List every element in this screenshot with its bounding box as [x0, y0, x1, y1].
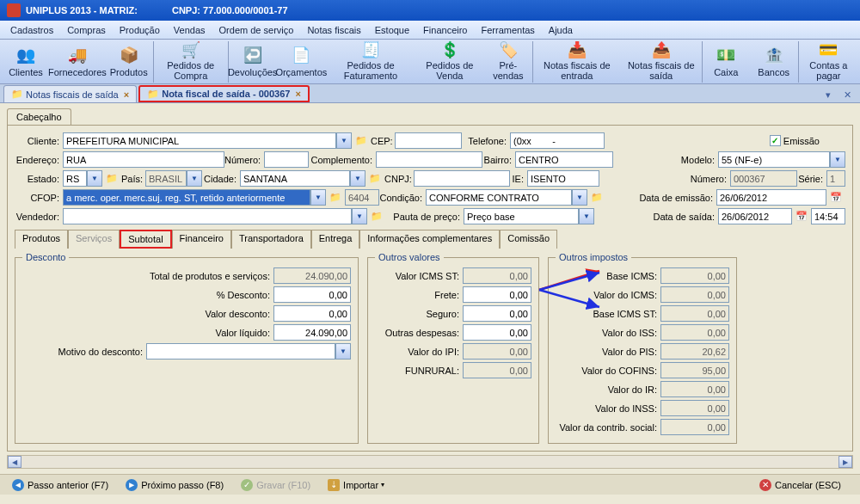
menu-ferramentas[interactable]: Ferramentas	[474, 22, 541, 38]
subtab-entrega[interactable]: Entrega	[311, 230, 360, 249]
tb-caixa[interactable]: 💵Caixa	[702, 41, 750, 83]
input-dataemissao[interactable]	[716, 189, 826, 206]
tab-nf-saida-000367[interactable]: 📁 Nota fiscal de saída - 000367 ×	[138, 85, 310, 102]
input-motivo[interactable]	[146, 343, 335, 360]
scroll-right-icon[interactable]: ▶	[838, 456, 852, 468]
tb-pedidos-venda[interactable]: 💲Pedidos de Venda	[415, 41, 484, 83]
btn-importar[interactable]: ⇣Importar▾	[322, 477, 390, 493]
dropdown-cliente[interactable]: ▼	[336, 132, 352, 149]
subtab-subtotal[interactable]: Subtotal	[120, 230, 171, 249]
input-datasaida[interactable]	[718, 208, 792, 224]
horizontal-scrollbar[interactable]: ◀ ▶	[7, 455, 853, 469]
dropdown-cidade[interactable]: ▼	[350, 170, 366, 187]
input-inss	[660, 400, 729, 416]
input-estado[interactable]	[63, 170, 87, 187]
menu-notas-fiscais[interactable]: Notas fiscais	[300, 22, 367, 38]
tab-nf-saida-list[interactable]: 📁 Notas fiscais de saída ×	[3, 85, 137, 102]
menu-vendas[interactable]: Vendas	[167, 22, 212, 38]
lbl-telefone: Telefone:	[462, 136, 510, 146]
tb-orcamentos[interactable]: 📄Orçamentos	[277, 41, 327, 83]
input-despesas[interactable]	[463, 324, 531, 341]
btn-passo-anterior[interactable]: ◄Passo anterior (F7)	[7, 477, 114, 493]
subtab-info-complementares[interactable]: Informações complementares	[359, 230, 500, 249]
tb-devolucoes[interactable]: ↩️Devoluções	[228, 41, 277, 83]
cancel-icon: ✕	[759, 479, 771, 491]
tb-produtos[interactable]: 📦Produtos	[105, 41, 153, 83]
menu-estoque[interactable]: Estoque	[368, 22, 416, 38]
dropdown-modelo[interactable]: ▼	[830, 151, 845, 168]
btn-proximo-passo[interactable]: ►Próximo passo (F8)	[120, 477, 229, 493]
toolbar: 👥Clientes 🚚Fornecedores 📦Produtos 🛒Pedid…	[0, 40, 860, 84]
menu-ordem-servico[interactable]: Ordem de serviço	[212, 22, 301, 38]
input-iss	[660, 324, 729, 341]
input-frete[interactable]	[463, 286, 531, 303]
menu-ajuda[interactable]: Ajuda	[542, 22, 580, 38]
tb-bancos[interactable]: 🏦Bancos	[750, 41, 798, 83]
input-cliente[interactable]	[63, 132, 336, 149]
input-telefone[interactable]	[510, 132, 605, 149]
input-cidade[interactable]	[240, 170, 350, 187]
cnpj-title: CNPJ: 77.000.000/0001-77	[172, 5, 288, 15]
tabs-close-icon[interactable]: ✕	[839, 87, 855, 102]
input-cnpj[interactable]	[414, 170, 510, 187]
tab-cabecalho[interactable]: Cabeçalho	[7, 108, 71, 125]
input-valoricms	[660, 286, 729, 303]
input-bairro[interactable]	[515, 151, 613, 168]
input-endereco[interactable]	[63, 151, 224, 168]
tb-contas-pagar[interactable]: 💳Contas a pagar	[798, 41, 858, 83]
menu-producao[interactable]: Produção	[113, 22, 167, 38]
tb-nf-entrada[interactable]: 📥Notas fiscais de entrada	[532, 41, 621, 83]
tabs-menu-icon[interactable]: ▾	[820, 87, 836, 102]
subtab-financeiro[interactable]: Financeiro	[172, 230, 231, 249]
input-pct-desc[interactable]	[273, 286, 351, 303]
input-condicao[interactable]	[426, 189, 572, 206]
input-ir	[660, 381, 729, 397]
lookup-icon[interactable]: 📁	[328, 190, 343, 206]
menu-cadastros[interactable]: Cadastros	[3, 22, 60, 38]
input-seguro[interactable]	[463, 305, 531, 322]
input-modelo[interactable]	[718, 151, 830, 168]
dropdown-cfop[interactable]: ▼	[310, 189, 326, 206]
input-horasaida[interactable]	[811, 208, 845, 224]
calendar-icon[interactable]: 📅	[828, 190, 844, 206]
tb-nf-saida[interactable]: 📤Notas fiscais de saída	[621, 41, 702, 83]
subtab-transportadora[interactable]: Transportadora	[231, 230, 311, 249]
dropdown-motivo[interactable]: ▼	[335, 343, 351, 360]
lookup-icon[interactable]: 📁	[367, 171, 383, 187]
input-pauta[interactable]	[464, 208, 579, 224]
btn-cancelar[interactable]: ✕Cancelar (ESC)	[754, 477, 846, 493]
calendar-icon[interactable]: 📅	[794, 209, 809, 224]
tb-pedidos-compra[interactable]: 🛒Pedidos de Compra	[153, 41, 228, 83]
menu-compras[interactable]: Compras	[60, 22, 113, 38]
lookup-icon[interactable]: 📁	[369, 209, 384, 224]
input-valor-desc[interactable]	[273, 305, 351, 322]
dropdown-condicao[interactable]: ▼	[572, 189, 587, 206]
input-liquido[interactable]	[273, 324, 351, 341]
input-vendedor[interactable]	[63, 208, 352, 224]
dropdown-vendedor[interactable]: ▼	[352, 208, 367, 224]
dropdown-estado[interactable]: ▼	[87, 170, 102, 187]
tb-pre-vendas[interactable]: 🏷️Pré-vendas	[484, 41, 532, 83]
grp-desconto: Desconto Total de produtos e serviços: %…	[15, 252, 359, 444]
tb-fornecedores[interactable]: 🚚Fornecedores	[50, 41, 105, 83]
input-cfop[interactable]	[63, 189, 310, 206]
close-icon[interactable]: ×	[295, 89, 300, 99]
subtab-comissao[interactable]: Comissão	[500, 230, 557, 249]
lookup-icon[interactable]: 📁	[353, 133, 369, 149]
dropdown-pauta[interactable]: ▼	[579, 208, 594, 224]
subtab-produtos[interactable]: Produtos	[15, 230, 68, 249]
scroll-left-icon[interactable]: ◀	[8, 456, 22, 468]
input-pais	[145, 170, 187, 187]
lbl-numero2: Número:	[687, 174, 730, 184]
input-cep[interactable]	[395, 132, 462, 149]
tb-clientes[interactable]: 👥Clientes	[2, 41, 50, 83]
input-numero[interactable]	[264, 151, 309, 168]
lookup-icon[interactable]: 📁	[589, 190, 605, 206]
input-complemento[interactable]	[376, 151, 482, 168]
chk-emissao[interactable]: ✓	[770, 135, 781, 146]
tb-pedidos-faturamento[interactable]: 🧾Pedidos de Faturamento	[326, 41, 415, 83]
input-ie[interactable]	[527, 170, 599, 187]
close-icon[interactable]: ×	[124, 89, 129, 100]
menu-financeiro[interactable]: Financeiro	[416, 22, 474, 38]
lookup-icon[interactable]: 📁	[104, 171, 120, 187]
